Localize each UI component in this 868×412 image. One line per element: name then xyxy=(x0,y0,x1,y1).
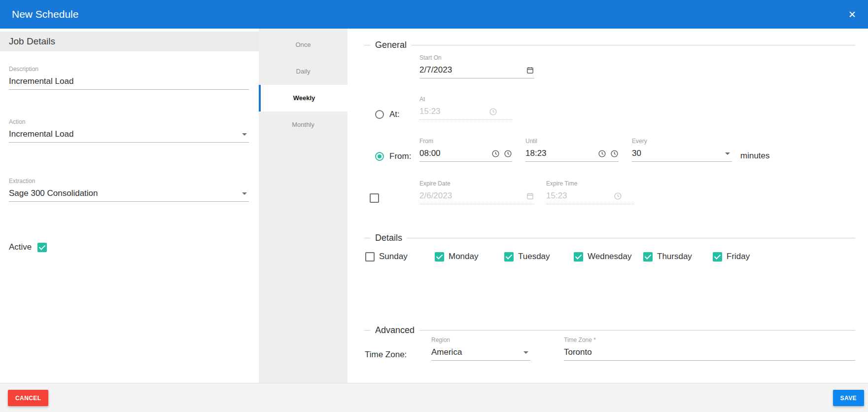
day-checkbox-friday[interactable] xyxy=(713,252,722,262)
general-section-legend: General xyxy=(364,39,855,50)
action-value[interactable]: Incremental Load xyxy=(9,129,238,139)
time-zone-row-label: Time Zone: xyxy=(365,350,407,359)
until-time-label: Until xyxy=(525,138,619,145)
day-item-thursday: Thursday xyxy=(643,252,713,262)
day-label-friday: Friday xyxy=(727,252,750,262)
day-checkbox-tuesday[interactable] xyxy=(504,252,514,262)
day-item-monday: Monday xyxy=(435,252,504,262)
expire-date-label: Expire Date xyxy=(419,180,534,187)
clock-icon[interactable] xyxy=(614,192,622,200)
time-zone-field[interactable]: Time Zone * Toronto xyxy=(564,337,855,361)
at-radio[interactable] xyxy=(375,110,384,119)
description-input[interactable]: Incremental Load xyxy=(9,76,249,86)
region-select[interactable]: Region America xyxy=(431,337,530,361)
calendar-icon[interactable] xyxy=(526,192,534,200)
from-time-input[interactable]: 08:00 xyxy=(419,149,487,158)
at-time-label: At xyxy=(419,96,512,103)
clock-picker-icon[interactable] xyxy=(610,150,619,158)
at-option-row: At: xyxy=(375,110,400,119)
day-checkbox-wednesday[interactable] xyxy=(574,252,583,262)
dropdown-caret-icon[interactable] xyxy=(523,351,528,354)
extraction-select[interactable]: Extraction Sage 300 Consolidation xyxy=(9,178,249,202)
until-time-input[interactable]: 18:23 xyxy=(525,149,594,158)
save-button[interactable]: SAVE xyxy=(833,390,864,406)
time-zone-input[interactable]: Toronto xyxy=(564,347,855,357)
region-value[interactable]: America xyxy=(431,347,520,357)
tab-monthly[interactable]: Monthly xyxy=(259,112,347,138)
from-radio-label: From: xyxy=(389,151,411,161)
day-label-monday: Monday xyxy=(449,252,478,262)
every-label: Every xyxy=(632,138,732,145)
dialog-header: New Schedule ✕ xyxy=(0,0,868,29)
close-icon[interactable]: ✕ xyxy=(848,10,856,19)
day-label-tuesday: Tuesday xyxy=(518,252,550,262)
start-on-input[interactable]: 2/7/2023 xyxy=(419,65,522,75)
extraction-value[interactable]: Sage 300 Consolidation xyxy=(9,188,238,198)
weekday-checkboxes: Sunday Monday Tuesday Wednesday Thursday… xyxy=(365,252,782,262)
description-field[interactable]: Description Incremental Load xyxy=(9,66,249,90)
tab-daily[interactable]: Daily xyxy=(259,58,347,85)
active-checkbox[interactable] xyxy=(37,243,47,252)
start-on-field[interactable]: Start On 2/7/2023 xyxy=(419,54,534,78)
at-radio-label: At: xyxy=(389,110,400,119)
day-checkbox-sunday[interactable] xyxy=(365,252,375,262)
from-option-row: From: xyxy=(375,151,411,161)
until-time-field[interactable]: Until 18:23 xyxy=(525,138,619,162)
expire-date-field[interactable]: Expire Date 2/6/2023 xyxy=(419,180,534,204)
from-time-label: From xyxy=(419,138,512,145)
day-label-thursday: Thursday xyxy=(657,252,692,262)
region-label: Region xyxy=(431,337,530,343)
job-details-panel: Job Details Description Incremental Load… xyxy=(0,29,259,383)
expire-date-input[interactable]: 2/6/2023 xyxy=(419,191,522,201)
dropdown-caret-icon[interactable] xyxy=(242,133,247,136)
day-item-friday: Friday xyxy=(713,252,782,262)
active-label: Active xyxy=(9,242,32,252)
action-label: Action xyxy=(9,118,249,125)
minutes-unit-label: minutes xyxy=(740,151,770,160)
day-label-sunday: Sunday xyxy=(379,252,408,262)
day-item-sunday: Sunday xyxy=(365,252,435,262)
day-checkbox-monday[interactable] xyxy=(435,252,444,262)
expire-time-field[interactable]: Expire Time 15:23 xyxy=(546,180,634,204)
schedule-form-panel: General Start On 2/7/2023 At: At 15:23 F… xyxy=(347,29,868,383)
from-radio[interactable] xyxy=(375,152,384,161)
dialog-footer: CANCEL SAVE xyxy=(0,383,868,412)
clock-icon[interactable] xyxy=(598,150,606,158)
time-zone-label: Time Zone * xyxy=(564,337,855,343)
clock-icon[interactable] xyxy=(491,150,500,158)
day-item-wednesday: Wednesday xyxy=(574,252,643,262)
extraction-label: Extraction xyxy=(9,178,249,185)
start-on-label: Start On xyxy=(419,54,534,61)
dropdown-caret-icon[interactable] xyxy=(242,192,247,195)
action-select[interactable]: Action Incremental Load xyxy=(9,118,249,143)
cancel-button[interactable]: CANCEL xyxy=(8,390,48,406)
day-item-tuesday: Tuesday xyxy=(504,252,574,262)
at-time-input[interactable]: 15:23 xyxy=(419,107,485,116)
dialog-title: New Schedule xyxy=(12,8,78,20)
every-select[interactable]: Every 30 xyxy=(632,138,732,162)
tab-once[interactable]: Once xyxy=(259,32,347,58)
clock-icon[interactable] xyxy=(489,108,497,116)
every-value[interactable]: 30 xyxy=(632,149,721,158)
schedule-type-tabs: Once Daily Weekly Monthly xyxy=(259,29,347,383)
job-details-title: Job Details xyxy=(0,32,259,51)
day-label-wednesday: Wednesday xyxy=(588,252,631,262)
from-time-field[interactable]: From 08:00 xyxy=(419,138,512,162)
expire-checkbox[interactable] xyxy=(370,193,379,203)
description-label: Description xyxy=(9,66,249,73)
calendar-icon[interactable] xyxy=(526,66,534,75)
dropdown-caret-icon[interactable] xyxy=(725,152,730,155)
details-section-legend: Details xyxy=(364,232,855,243)
tab-weekly[interactable]: Weekly xyxy=(259,85,347,112)
clock-picker-icon[interactable] xyxy=(504,150,512,158)
active-row: Active xyxy=(9,242,47,252)
day-checkbox-thursday[interactable] xyxy=(643,252,653,262)
expire-time-label: Expire Time xyxy=(546,180,634,187)
at-time-field[interactable]: At 15:23 xyxy=(419,96,512,120)
advanced-section-legend: Advanced xyxy=(364,325,855,336)
expire-time-input[interactable]: 15:23 xyxy=(546,191,610,201)
